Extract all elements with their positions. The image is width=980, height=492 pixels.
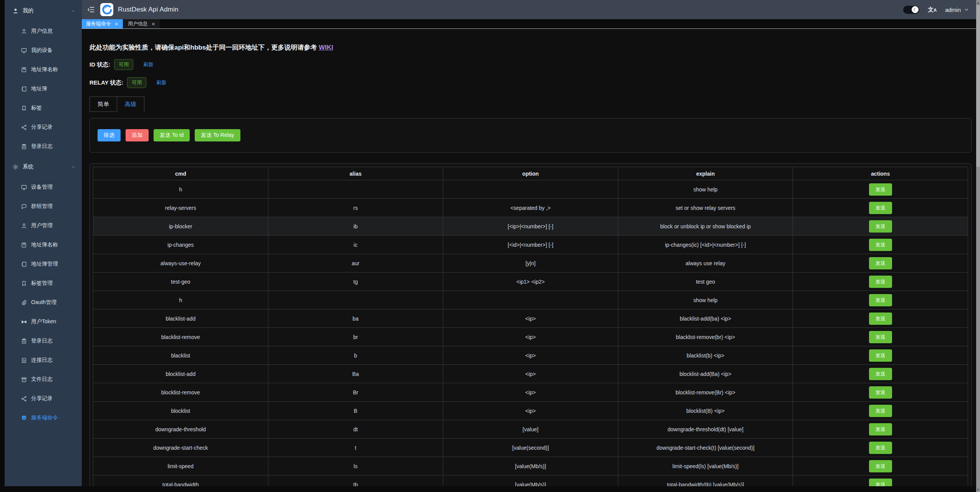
sidebar-item[interactable]: 地址簿 <box>5 79 82 98</box>
sidebar-item[interactable]: 用户Token <box>5 312 82 331</box>
status-label: RELAY 状态: <box>89 79 123 86</box>
sidebar-item[interactable]: 标签 <box>5 98 82 118</box>
table-cell-explain: blocklist-remove(Br) <ip> <box>618 383 793 402</box>
book-icon <box>21 66 27 73</box>
sidebar-item-label: 分享记录 <box>31 395 53 402</box>
status-badge: 可用 <box>114 59 133 70</box>
refresh-link[interactable]: 刷新 <box>156 79 166 86</box>
document-icon <box>21 357 27 364</box>
sidebar-item[interactable]: 用户管理 <box>5 216 82 235</box>
send-button[interactable]: 发送 <box>869 423 892 435</box>
bookmark-icon <box>21 280 27 287</box>
mode-tab[interactable]: 简单 <box>89 96 117 112</box>
refresh-link[interactable]: 刷新 <box>143 61 153 68</box>
sidebar-item[interactable]: 分享记录 <box>5 118 82 137</box>
header-actions: ☾ 文A admin <box>903 6 969 14</box>
table-row: relay-serversrs<separated by ,>set or sh… <box>93 199 968 217</box>
sidebar-item[interactable]: 设备管理 <box>5 178 82 197</box>
table-cell-alias: tb <box>268 475 443 487</box>
sidebar-item[interactable]: 连接日志 <box>5 351 82 370</box>
collapse-sidebar-icon[interactable] <box>87 6 95 13</box>
top-header: RustDesk Api Admin ☾ 文A admin <box>82 0 976 19</box>
sidebar-item-label: 地址簿名称 <box>31 66 58 73</box>
table-cell-cmd: ip-blocker <box>93 217 268 236</box>
table-cell-option: [value(Mb/s)] <box>443 457 618 475</box>
scrollbar-up-arrow[interactable]: ▲ <box>976 0 980 5</box>
sidebar-group-header[interactable]: 我的 <box>5 0 82 22</box>
close-icon[interactable] <box>151 22 156 26</box>
dark-mode-toggle[interactable]: ☾ <box>903 6 919 14</box>
sidebar-item-label: 群组管理 <box>31 203 53 210</box>
language-switch-icon[interactable]: 文A <box>928 6 937 13</box>
table-cell-alias: tg <box>268 273 443 291</box>
toolbar-button[interactable]: 添加 <box>126 129 149 141</box>
sidebar-item[interactable]: 登录日志 <box>5 331 82 351</box>
table-cell-cmd: blocklist <box>93 402 268 420</box>
sidebar-group-header[interactable]: 系统 <box>5 156 82 178</box>
send-button[interactable]: 发送 <box>869 349 892 362</box>
notebook-icon <box>21 86 27 92</box>
send-button[interactable]: 发送 <box>869 331 892 343</box>
table-cell-option: <separated by ,> <box>443 199 618 217</box>
sidebar-item[interactable]: 地址簿名称 <box>5 235 82 254</box>
send-button[interactable]: 发送 <box>869 276 892 288</box>
send-button[interactable]: 发送 <box>869 386 892 399</box>
send-button[interactable]: 发送 <box>869 460 892 472</box>
command-table-panel: cmdaliasoptionexplainactions hshow help发… <box>89 163 972 486</box>
sidebar-item[interactable]: 标签管理 <box>5 274 82 293</box>
sidebar-item[interactable]: 地址簿名称 <box>5 60 82 79</box>
sidebar-item[interactable]: 地址簿管理 <box>5 254 82 274</box>
sidebar-item[interactable]: 用户信息 <box>5 22 82 41</box>
window-tab[interactable]: 用户信息 <box>124 19 160 28</box>
table-row: hshow help发送 <box>93 291 968 309</box>
toolbar-button[interactable]: 发送 To Relay <box>195 129 240 141</box>
user-name: admin <box>945 7 961 13</box>
person-icon <box>21 223 27 229</box>
sidebar-item[interactable]: 群组管理 <box>5 197 82 216</box>
sidebar-item[interactable]: 登录日志 <box>5 137 82 156</box>
main-content: 此处功能为实验性质，请确保api和hbbs处于同一回环地址下，更多说明请参考 W… <box>82 29 976 486</box>
send-button[interactable]: 发送 <box>869 405 892 417</box>
table-cell-actions: 发送 <box>793 365 968 383</box>
send-button[interactable]: 发送 <box>869 312 892 325</box>
table-cell-actions: 发送 <box>793 346 968 365</box>
sidebar-item[interactable]: Oauth管理 <box>5 293 82 312</box>
toolbar-button[interactable]: 发送 To Id <box>154 129 190 141</box>
send-button[interactable]: 发送 <box>869 183 892 196</box>
sidebar-item-label: 地址簿名称 <box>31 241 58 248</box>
clipboard-icon <box>21 338 27 344</box>
user-menu[interactable]: admin <box>945 7 969 13</box>
sidebar-item[interactable]: 文件日志 <box>5 370 82 389</box>
table-cell-explain: show help <box>618 291 793 309</box>
send-button[interactable]: 发送 <box>869 202 892 214</box>
table-body: hshow help发送relay-serversrs<separated by… <box>93 180 968 487</box>
mode-tab[interactable]: 高级 <box>117 96 144 112</box>
window-tab[interactable]: 服务端命令 <box>82 19 123 28</box>
wiki-link[interactable]: WIKI <box>319 44 333 51</box>
table-cell-cmd: blacklist <box>93 346 268 365</box>
page-scrollbar[interactable]: ▲ ▼ <box>976 0 980 492</box>
send-button[interactable]: 发送 <box>869 368 892 380</box>
sidebar-item[interactable]: 服务端命令 <box>5 408 82 427</box>
toolbar-button[interactable]: 筛选 <box>98 129 121 141</box>
scrollbar-thumb[interactable] <box>976 5 980 167</box>
close-icon[interactable] <box>114 22 119 26</box>
table-cell-alias: b <box>268 346 443 365</box>
send-button[interactable]: 发送 <box>869 257 892 269</box>
moon-icon: ☾ <box>912 6 919 13</box>
sidebar-item[interactable]: 我的设备 <box>5 41 82 60</box>
table-cell-option: <ip> <box>443 328 618 346</box>
sidebar-item-label: 地址簿管理 <box>31 261 58 268</box>
sidebar-item[interactable]: 分享记录 <box>5 389 82 408</box>
send-button[interactable]: 发送 <box>869 220 892 233</box>
table-cell-option: <ip> <box>443 365 618 383</box>
sidebar-item-label: 分享记录 <box>31 124 53 131</box>
send-button[interactable]: 发送 <box>869 479 892 487</box>
table-row: always-use-relayaur[y|n]always use relay… <box>93 254 968 273</box>
send-button[interactable]: 发送 <box>869 294 892 306</box>
send-button[interactable]: 发送 <box>869 442 892 454</box>
scrollbar-down-arrow[interactable]: ▼ <box>976 487 980 492</box>
sidebar-item-label: 登录日志 <box>31 337 53 344</box>
table-cell-option: <ip> <box>443 383 618 402</box>
send-button[interactable]: 发送 <box>869 239 892 251</box>
